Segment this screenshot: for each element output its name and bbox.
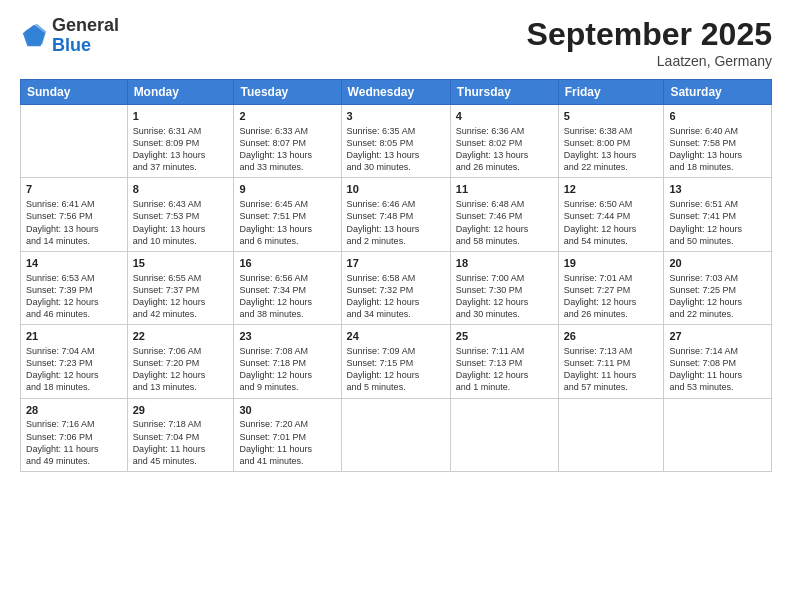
day-number: 7	[26, 182, 122, 197]
cell-info: Sunrise: 7:13 AMSunset: 7:11 PMDaylight:…	[564, 345, 659, 394]
cell-info: Sunrise: 6:50 AMSunset: 7:44 PMDaylight:…	[564, 198, 659, 247]
table-row	[558, 398, 664, 471]
cell-info: Sunrise: 7:16 AMSunset: 7:06 PMDaylight:…	[26, 418, 122, 467]
cell-info: Sunrise: 6:45 AMSunset: 7:51 PMDaylight:…	[239, 198, 335, 247]
table-row: 11Sunrise: 6:48 AMSunset: 7:46 PMDayligh…	[450, 178, 558, 251]
title-block: September 2025 Laatzen, Germany	[527, 16, 772, 69]
table-row: 17Sunrise: 6:58 AMSunset: 7:32 PMDayligh…	[341, 251, 450, 324]
logo: General Blue	[20, 16, 119, 56]
cell-info: Sunrise: 7:08 AMSunset: 7:18 PMDaylight:…	[239, 345, 335, 394]
header: General Blue September 2025 Laatzen, Ger…	[20, 16, 772, 69]
day-number: 28	[26, 403, 122, 418]
cell-info: Sunrise: 7:00 AMSunset: 7:30 PMDaylight:…	[456, 272, 553, 321]
cell-info: Sunrise: 6:51 AMSunset: 7:41 PMDaylight:…	[669, 198, 766, 247]
table-row: 7Sunrise: 6:41 AMSunset: 7:56 PMDaylight…	[21, 178, 128, 251]
table-row: 15Sunrise: 6:55 AMSunset: 7:37 PMDayligh…	[127, 251, 234, 324]
cell-info: Sunrise: 6:38 AMSunset: 8:00 PMDaylight:…	[564, 125, 659, 174]
cell-info: Sunrise: 7:14 AMSunset: 7:08 PMDaylight:…	[669, 345, 766, 394]
day-number: 14	[26, 256, 122, 271]
logo-general-text: General	[52, 15, 119, 35]
table-row: 12Sunrise: 6:50 AMSunset: 7:44 PMDayligh…	[558, 178, 664, 251]
col-tuesday: Tuesday	[234, 80, 341, 105]
day-number: 18	[456, 256, 553, 271]
cell-info: Sunrise: 6:35 AMSunset: 8:05 PMDaylight:…	[347, 125, 445, 174]
table-row: 30Sunrise: 7:20 AMSunset: 7:01 PMDayligh…	[234, 398, 341, 471]
cell-info: Sunrise: 6:55 AMSunset: 7:37 PMDaylight:…	[133, 272, 229, 321]
table-row: 16Sunrise: 6:56 AMSunset: 7:34 PMDayligh…	[234, 251, 341, 324]
cell-info: Sunrise: 6:36 AMSunset: 8:02 PMDaylight:…	[456, 125, 553, 174]
day-number: 25	[456, 329, 553, 344]
col-friday: Friday	[558, 80, 664, 105]
cell-info: Sunrise: 6:31 AMSunset: 8:09 PMDaylight:…	[133, 125, 229, 174]
month-title: September 2025	[527, 16, 772, 53]
table-row: 22Sunrise: 7:06 AMSunset: 7:20 PMDayligh…	[127, 325, 234, 398]
col-saturday: Saturday	[664, 80, 772, 105]
table-row: 10Sunrise: 6:46 AMSunset: 7:48 PMDayligh…	[341, 178, 450, 251]
table-row: 3Sunrise: 6:35 AMSunset: 8:05 PMDaylight…	[341, 105, 450, 178]
day-number: 24	[347, 329, 445, 344]
calendar-table: Sunday Monday Tuesday Wednesday Thursday…	[20, 79, 772, 472]
calendar-week-row: 21Sunrise: 7:04 AMSunset: 7:23 PMDayligh…	[21, 325, 772, 398]
cell-info: Sunrise: 7:06 AMSunset: 7:20 PMDaylight:…	[133, 345, 229, 394]
cell-info: Sunrise: 7:01 AMSunset: 7:27 PMDaylight:…	[564, 272, 659, 321]
table-row: 8Sunrise: 6:43 AMSunset: 7:53 PMDaylight…	[127, 178, 234, 251]
day-number: 23	[239, 329, 335, 344]
table-row: 2Sunrise: 6:33 AMSunset: 8:07 PMDaylight…	[234, 105, 341, 178]
cell-info: Sunrise: 7:11 AMSunset: 7:13 PMDaylight:…	[456, 345, 553, 394]
day-number: 4	[456, 109, 553, 124]
cell-info: Sunrise: 7:20 AMSunset: 7:01 PMDaylight:…	[239, 418, 335, 467]
cell-info: Sunrise: 7:09 AMSunset: 7:15 PMDaylight:…	[347, 345, 445, 394]
day-number: 30	[239, 403, 335, 418]
calendar-week-row: 1Sunrise: 6:31 AMSunset: 8:09 PMDaylight…	[21, 105, 772, 178]
cell-info: Sunrise: 7:04 AMSunset: 7:23 PMDaylight:…	[26, 345, 122, 394]
day-number: 27	[669, 329, 766, 344]
location: Laatzen, Germany	[527, 53, 772, 69]
table-row: 14Sunrise: 6:53 AMSunset: 7:39 PMDayligh…	[21, 251, 128, 324]
table-row: 21Sunrise: 7:04 AMSunset: 7:23 PMDayligh…	[21, 325, 128, 398]
table-row: 13Sunrise: 6:51 AMSunset: 7:41 PMDayligh…	[664, 178, 772, 251]
calendar-week-row: 7Sunrise: 6:41 AMSunset: 7:56 PMDaylight…	[21, 178, 772, 251]
logo-blue-text: Blue	[52, 35, 91, 55]
table-row: 23Sunrise: 7:08 AMSunset: 7:18 PMDayligh…	[234, 325, 341, 398]
logo-text: General Blue	[52, 16, 119, 56]
calendar-header-row: Sunday Monday Tuesday Wednesday Thursday…	[21, 80, 772, 105]
day-number: 8	[133, 182, 229, 197]
table-row: 24Sunrise: 7:09 AMSunset: 7:15 PMDayligh…	[341, 325, 450, 398]
day-number: 17	[347, 256, 445, 271]
table-row: 28Sunrise: 7:16 AMSunset: 7:06 PMDayligh…	[21, 398, 128, 471]
cell-info: Sunrise: 6:48 AMSunset: 7:46 PMDaylight:…	[456, 198, 553, 247]
day-number: 5	[564, 109, 659, 124]
cell-info: Sunrise: 6:43 AMSunset: 7:53 PMDaylight:…	[133, 198, 229, 247]
col-sunday: Sunday	[21, 80, 128, 105]
cell-info: Sunrise: 6:53 AMSunset: 7:39 PMDaylight:…	[26, 272, 122, 321]
table-row: 1Sunrise: 6:31 AMSunset: 8:09 PMDaylight…	[127, 105, 234, 178]
day-number: 1	[133, 109, 229, 124]
day-number: 26	[564, 329, 659, 344]
table-row	[21, 105, 128, 178]
table-row	[341, 398, 450, 471]
day-number: 9	[239, 182, 335, 197]
col-wednesday: Wednesday	[341, 80, 450, 105]
table-row: 20Sunrise: 7:03 AMSunset: 7:25 PMDayligh…	[664, 251, 772, 324]
table-row: 29Sunrise: 7:18 AMSunset: 7:04 PMDayligh…	[127, 398, 234, 471]
day-number: 29	[133, 403, 229, 418]
table-row: 19Sunrise: 7:01 AMSunset: 7:27 PMDayligh…	[558, 251, 664, 324]
day-number: 19	[564, 256, 659, 271]
day-number: 11	[456, 182, 553, 197]
page: General Blue September 2025 Laatzen, Ger…	[0, 0, 792, 612]
table-row	[664, 398, 772, 471]
day-number: 13	[669, 182, 766, 197]
cell-info: Sunrise: 6:33 AMSunset: 8:07 PMDaylight:…	[239, 125, 335, 174]
table-row: 4Sunrise: 6:36 AMSunset: 8:02 PMDaylight…	[450, 105, 558, 178]
day-number: 16	[239, 256, 335, 271]
cell-info: Sunrise: 6:41 AMSunset: 7:56 PMDaylight:…	[26, 198, 122, 247]
day-number: 2	[239, 109, 335, 124]
cell-info: Sunrise: 6:40 AMSunset: 7:58 PMDaylight:…	[669, 125, 766, 174]
table-row: 5Sunrise: 6:38 AMSunset: 8:00 PMDaylight…	[558, 105, 664, 178]
table-row: 26Sunrise: 7:13 AMSunset: 7:11 PMDayligh…	[558, 325, 664, 398]
day-number: 6	[669, 109, 766, 124]
table-row: 27Sunrise: 7:14 AMSunset: 7:08 PMDayligh…	[664, 325, 772, 398]
col-thursday: Thursday	[450, 80, 558, 105]
calendar-week-row: 28Sunrise: 7:16 AMSunset: 7:06 PMDayligh…	[21, 398, 772, 471]
table-row: 25Sunrise: 7:11 AMSunset: 7:13 PMDayligh…	[450, 325, 558, 398]
